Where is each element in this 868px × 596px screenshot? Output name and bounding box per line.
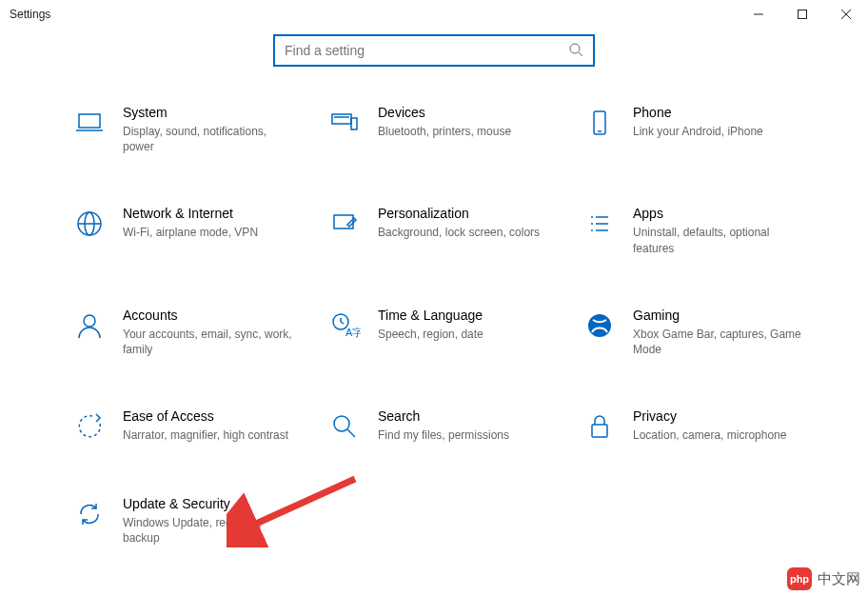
tile-title: Search <box>378 408 509 424</box>
tile-ease-of-access[interactable]: Ease of Access Narrator, magnifier, high… <box>71 408 326 445</box>
update-icon <box>71 496 108 532</box>
svg-point-29 <box>334 416 349 431</box>
devices-icon <box>326 105 363 141</box>
watermark: php 中文网 <box>787 567 860 590</box>
window-title: Settings <box>10 8 50 21</box>
settings-grid: System Display, sound, notifications, po… <box>0 105 868 546</box>
tile-title: Privacy <box>633 408 786 424</box>
globe-icon <box>71 206 108 242</box>
tile-title: Devices <box>378 105 511 120</box>
apps-icon <box>582 206 618 242</box>
close-button[interactable] <box>824 0 868 29</box>
tile-system[interactable]: System Display, sound, notifications, po… <box>71 105 326 154</box>
search-placeholder: Find a setting <box>285 43 568 58</box>
tile-desc: Link your Android, iPhone <box>633 124 763 139</box>
lock-icon <box>582 408 618 445</box>
watermark-text: 中文网 <box>818 570 860 588</box>
tile-gaming[interactable]: Gaming Xbox Game Bar, captures, Game Mod… <box>582 308 837 357</box>
tile-time-language[interactable]: A字 Time & Language Speech, region, date <box>326 308 582 357</box>
tile-devices[interactable]: Devices Bluetooth, printers, mouse <box>326 105 582 154</box>
svg-point-23 <box>84 315 95 327</box>
tile-desc: Bluetooth, printers, mouse <box>378 124 511 139</box>
magnifier-icon <box>326 408 363 445</box>
svg-rect-31 <box>592 425 607 437</box>
tile-desc: Windows Update, recovery, backup <box>123 515 299 546</box>
tile-apps[interactable]: Apps Uninstall, defaults, optional featu… <box>582 206 837 255</box>
tile-title: Time & Language <box>378 308 483 323</box>
svg-line-5 <box>579 52 582 56</box>
svg-line-30 <box>347 429 355 437</box>
tile-desc: Find my files, permissions <box>378 427 509 443</box>
tile-title: Accounts <box>123 308 299 323</box>
tile-title: Ease of Access <box>123 408 288 424</box>
svg-rect-9 <box>351 118 357 129</box>
tile-desc: Xbox Game Bar, captures, Game Mode <box>633 327 809 357</box>
tile-desc: Location, camera, microphone <box>633 427 786 443</box>
tile-desc: Display, sound, notifications, power <box>123 124 299 154</box>
svg-point-4 <box>570 44 580 53</box>
tile-network[interactable]: Network & Internet Wi-Fi, airplane mode,… <box>71 206 326 255</box>
tile-personalization[interactable]: Personalization Background, lock screen,… <box>326 206 582 255</box>
ease-of-access-icon <box>71 408 108 445</box>
svg-text:A字: A字 <box>345 327 361 338</box>
tile-search[interactable]: Search Find my files, permissions <box>326 408 582 445</box>
svg-rect-8 <box>332 114 351 124</box>
svg-point-28 <box>588 314 611 337</box>
watermark-logo: php <box>787 567 812 590</box>
search-icon <box>568 42 583 60</box>
xbox-icon <box>582 308 618 344</box>
tile-title: System <box>123 105 299 120</box>
tile-desc: Uninstall, defaults, optional features <box>633 225 809 255</box>
tile-title: Personalization <box>378 206 540 221</box>
tile-title: Network & Internet <box>123 206 258 221</box>
tile-desc: Background, lock screen, colors <box>378 225 540 240</box>
svg-rect-1 <box>799 10 807 19</box>
titlebar: Settings <box>0 0 868 29</box>
person-icon <box>71 308 108 344</box>
tile-privacy[interactable]: Privacy Location, camera, microphone <box>582 408 837 445</box>
minimize-button[interactable] <box>737 0 780 29</box>
phone-icon <box>582 105 618 141</box>
svg-line-26 <box>341 322 344 324</box>
laptop-icon <box>71 105 108 141</box>
tile-desc: Narrator, magnifier, high contrast <box>123 427 288 443</box>
tile-update-security[interactable]: Update & Security Windows Update, recove… <box>71 496 326 546</box>
search-input[interactable]: Find a setting <box>273 34 595 67</box>
tile-accounts[interactable]: Accounts Your accounts, email, sync, wor… <box>71 308 326 357</box>
tile-desc: Wi-Fi, airplane mode, VPN <box>123 225 258 240</box>
tile-title: Update & Security <box>123 496 299 511</box>
tile-desc: Your accounts, email, sync, work, family <box>123 327 299 357</box>
tile-title: Phone <box>633 105 763 120</box>
tile-phone[interactable]: Phone Link your Android, iPhone <box>582 105 837 154</box>
tile-title: Gaming <box>633 308 809 323</box>
time-language-icon: A字 <box>326 308 363 344</box>
tile-desc: Speech, region, date <box>378 327 483 342</box>
paintbrush-icon <box>326 206 363 242</box>
tile-title: Apps <box>633 206 809 221</box>
maximize-button[interactable] <box>780 0 824 29</box>
svg-rect-6 <box>79 114 100 128</box>
